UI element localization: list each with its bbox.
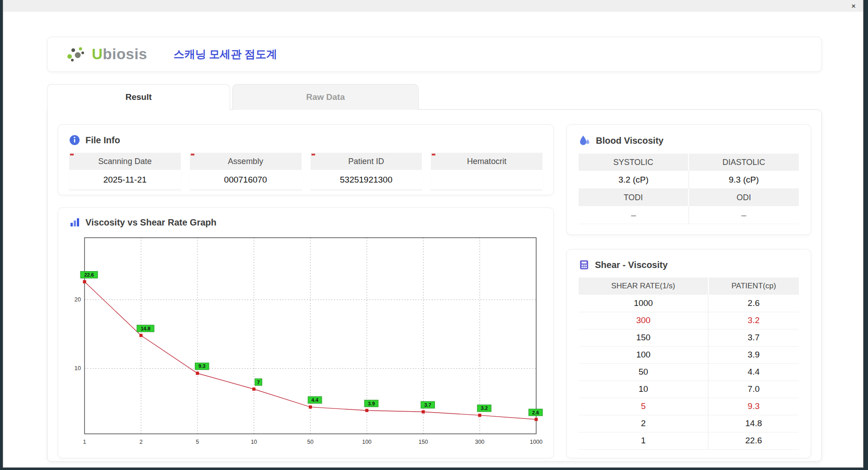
svg-text:20: 20 [75,296,81,303]
logo-text: Ubiosis [92,46,147,63]
blood-viscosity-grid: SYSTOLIC DIASTOLIC 3.2 (cP) 9.3 (cP) TOD… [579,154,799,224]
table-row: 214.8 [579,415,799,432]
field-assembly: Assembly 000716070 [190,153,302,190]
svg-text:10: 10 [75,365,81,371]
field-hematocrit: Hematocrit [431,153,542,190]
titlebar: × [3,0,863,12]
odi-label: ODI [689,189,799,206]
patient-cell: 4.4 [708,363,799,381]
patient-cell: 22.6 [708,432,799,449]
header-card: Ubiosis 스캐닝 모세관 점도계 [47,37,822,72]
systolic-label: SYSTOLIC [579,154,689,171]
patient-cell: 2.6 [708,295,799,312]
blood-viscosity-title: Blood Viscosity [596,136,664,146]
close-icon[interactable]: × [851,2,856,10]
svg-text:300: 300 [475,439,485,445]
field-scanning-date: Scanning Date 2025-11-21 [69,153,181,190]
shear-viscosity-card: Shear - Viscosity SHEAR RATE(1/s) PATIEN… [566,249,811,458]
todi-value: – [579,206,689,224]
shear-viscosity-title: Shear - Viscosity [595,260,668,270]
chart-svg: 10201251050100150300100022.614.89.374.43… [69,236,543,452]
viscosity-graph-card: Viscosity vs Shear Rate Graph 1020125105… [58,207,554,458]
field-patient-id: Patient ID 53251921300 [311,153,422,190]
svg-text:1: 1 [83,439,86,445]
systolic-value: 3.2 (cP) [579,171,689,189]
shear-rate-cell: 2 [579,415,708,432]
svg-text:3.9: 3.9 [368,401,375,406]
svg-text:2: 2 [139,439,142,445]
field-label: Assembly [190,153,302,170]
field-label: Patient ID [311,153,422,170]
shear-rate-cell: 150 [579,329,708,346]
patient-cell: 3.2 [708,312,799,329]
shear-rate-cell: 1 [579,432,708,449]
table-row: 504.4 [579,363,799,381]
svg-text:14.8: 14.8 [141,326,150,331]
field-label: Hematocrit [431,153,542,170]
file-info-fields: Scanning Date 2025-11-21 Assembly 000716… [69,153,542,190]
shear-rate-cell: 5 [579,398,708,415]
tab-raw-data[interactable]: Raw Data [232,84,419,110]
svg-text:10: 10 [251,439,257,445]
result-panel: File Info Scanning Date 2025-11-21 Assem… [47,109,822,462]
table-row: 10002.6 [579,295,799,312]
tab-raw-data-label: Raw Data [306,92,345,102]
table-row: 107.0 [579,381,799,398]
shear-rate-cell: 100 [579,346,708,363]
droplet-icon [579,135,590,146]
table-header-row: SHEAR RATE(1/s) PATIENT(cp) [579,277,799,295]
svg-text:2.6: 2.6 [532,410,539,415]
shear-rate-cell: 1000 [579,295,708,312]
tab-result[interactable]: Result [47,84,230,110]
app-window: × Ubiosis 스캐닝 모세관 점도계 [3,0,863,468]
patient-cell: 9.3 [708,398,799,415]
file-info-card: File Info Scanning Date 2025-11-21 Assem… [58,124,554,195]
svg-text:4.4: 4.4 [311,397,319,403]
tab-result-label: Result [125,92,151,102]
tab-bar: Result Raw Data [47,84,822,110]
table-row: 122.6 [579,432,799,449]
patient-column-header: PATIENT(cp) [708,277,799,295]
shear-rate-column-header: SHEAR RATE(1/s) [579,277,708,295]
patient-cell: 3.9 [708,346,799,363]
table-row: 1503.7 [579,329,799,346]
svg-text:3.7: 3.7 [425,402,431,408]
logo-rest: biosis [103,46,147,62]
shear-rate-cell: 50 [579,363,708,381]
todi-label: TODI [579,189,689,206]
shear-rate-cell: 300 [579,312,708,329]
dots-logo-icon [66,44,85,64]
table-row: 59.3 [579,398,799,415]
field-label: Scanning Date [69,153,181,170]
field-value: 2025-11-21 [69,170,181,190]
svg-text:5: 5 [196,439,199,445]
shear-viscosity-table: SHEAR RATE(1/s) PATIENT(cp) 10002.63003.… [579,277,799,450]
svg-text:9.3: 9.3 [198,363,205,369]
field-value: 53251921300 [311,170,422,190]
patient-cell: 14.8 [708,415,799,432]
diastolic-value: 9.3 (cP) [689,171,799,189]
svg-text:1000: 1000 [530,439,542,445]
field-value: 000716070 [190,170,302,190]
patient-cell: 7.0 [708,381,799,398]
info-icon [69,135,80,146]
patient-cell: 3.7 [708,329,799,346]
svg-text:3.2: 3.2 [481,405,487,411]
table-row: 1003.9 [579,346,799,363]
svg-text:22.6: 22.6 [84,272,94,277]
diastolic-label: DIASTOLIC [689,154,799,171]
viscosity-chart: 10201251050100150300100022.614.89.374.43… [69,236,542,452]
odi-value: – [689,206,799,224]
blood-viscosity-card: Blood Viscosity SYSTOLIC DIASTOLIC 3.2 (… [566,124,811,235]
page-title: 스캐닝 모세관 점도계 [174,47,277,61]
field-value [431,170,542,190]
calculator-icon [579,259,590,270]
graph-title: Viscosity vs Shear Rate Graph [85,217,217,228]
svg-text:7: 7 [257,380,260,385]
file-info-title: File Info [85,135,120,146]
svg-text:150: 150 [419,439,428,445]
logo-first-letter: U [92,46,103,62]
bar-chart-icon [69,217,80,228]
shear-rate-cell: 10 [579,381,708,398]
table-row: 3003.2 [579,312,799,329]
